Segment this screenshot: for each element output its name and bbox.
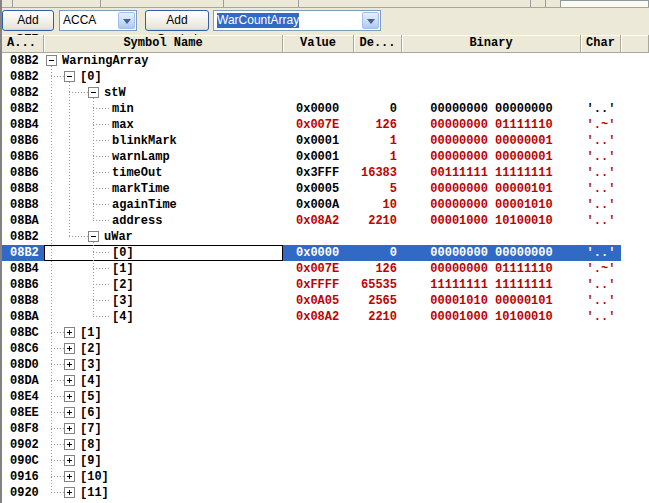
binary-cell: 00001010 00000101 <box>402 293 581 309</box>
chevron-down-icon[interactable] <box>362 12 379 29</box>
symbol-cell <box>44 117 283 133</box>
binary-cell: 00000000 00001010 <box>402 197 581 213</box>
value-cell: 0x0001 <box>283 133 354 149</box>
header-char[interactable]: Char <box>581 35 621 53</box>
watch-row[interactable]: 08B6warnLamp0x0001100000000 00000001'..' <box>0 149 649 165</box>
symbol-label: timeOut <box>112 165 162 181</box>
address-cell: 08B2 <box>2 229 44 245</box>
expand-toggle-icon[interactable] <box>64 327 75 338</box>
collapse-toggle-icon[interactable] <box>88 231 99 242</box>
value-cell: 0x08A2 <box>283 309 354 325</box>
watch-row[interactable]: 08B2min0x0000000000000 00000000'..' <box>0 101 649 117</box>
watch-row[interactable]: 08B6blinkMark0x0001100000000 00000001'..… <box>0 133 649 149</box>
binary-cell: 00000000 00000001 <box>402 149 581 165</box>
symbol-label: [1] <box>112 261 134 277</box>
tree-connector <box>93 220 110 221</box>
symbol-combobox[interactable]: WarCountArray <box>213 10 381 31</box>
expand-toggle-icon[interactable] <box>64 343 75 354</box>
watch-row[interactable]: 08B6timeOut0x3FFF1638300111111 11111111'… <box>0 165 649 181</box>
header-decimal[interactable]: De... <box>354 35 402 53</box>
tree-connector <box>51 460 64 461</box>
header-symbol-name[interactable]: Symbol Name <box>44 35 283 53</box>
symbol-label: address <box>112 213 162 229</box>
tree-connector <box>93 268 110 269</box>
expand-toggle-icon[interactable] <box>64 455 75 466</box>
tree-connector <box>93 188 110 189</box>
symbol-label: [4] <box>112 309 134 325</box>
watch-row[interactable]: 08D0[3] <box>0 357 649 373</box>
header-binary[interactable]: Binary <box>402 35 581 53</box>
collapse-toggle-icon[interactable] <box>88 87 99 98</box>
decimal-cell: 0 <box>354 101 402 117</box>
watch-row[interactable]: 08E4[5] <box>0 389 649 405</box>
symbol-label: [7] <box>80 421 102 437</box>
watch-row[interactable]: 08C6[2] <box>0 341 649 357</box>
sfr-combobox[interactable]: ACCA <box>59 10 137 31</box>
watch-window: Add SFR ACCA Add Symbol WarCountArray A.… <box>0 0 649 503</box>
watch-row[interactable]: 090C[9] <box>0 453 649 469</box>
symbol-label: blinkMark <box>112 133 177 149</box>
add-symbol-button[interactable]: Add Symbol <box>145 10 209 31</box>
expand-toggle-icon[interactable] <box>64 423 75 434</box>
watch-row[interactable]: 0920[11] <box>0 485 649 501</box>
tree-connector <box>51 412 64 413</box>
tree-connector <box>93 284 110 285</box>
symbol-label: [2] <box>80 341 102 357</box>
address-cell: 08B8 <box>2 197 44 213</box>
add-sfr-button[interactable]: Add SFR <box>2 10 54 31</box>
address-cell: 08B6 <box>2 165 44 181</box>
symbol-cell <box>44 101 283 117</box>
expand-toggle-icon[interactable] <box>64 359 75 370</box>
address-cell: 090C <box>2 453 44 469</box>
tree-connector <box>69 236 88 237</box>
char-cell: '..' <box>581 165 621 181</box>
symbol-cell <box>44 213 283 229</box>
symbol-cell <box>44 245 283 261</box>
char-cell: '..' <box>581 133 621 149</box>
watch-row[interactable]: 08B4max0x007E12600000000 01111110'.~' <box>0 117 649 133</box>
tree-connector <box>51 364 64 365</box>
char-cell: '..' <box>581 197 621 213</box>
expand-toggle-icon[interactable] <box>64 439 75 450</box>
collapse-toggle-icon[interactable] <box>64 71 75 82</box>
header-address[interactable]: A... <box>0 35 44 53</box>
tree-guide-line <box>93 98 94 221</box>
symbol-label: [11] <box>80 485 109 501</box>
expand-toggle-icon[interactable] <box>64 407 75 418</box>
watch-row[interactable]: 08DA[4] <box>0 373 649 389</box>
header-value[interactable]: Value <box>283 35 354 53</box>
collapse-toggle-icon[interactable] <box>46 55 57 66</box>
symbol-label: min <box>112 101 134 117</box>
watch-row[interactable]: 08B2stW <box>0 85 649 101</box>
address-cell: 08B8 <box>2 181 44 197</box>
expand-toggle-icon[interactable] <box>64 375 75 386</box>
watch-row[interactable]: 08EE[6] <box>0 405 649 421</box>
decimal-cell: 1 <box>354 149 402 165</box>
address-cell: 08B2 <box>2 245 44 261</box>
tree-connector <box>51 332 64 333</box>
watch-row[interactable]: 08B2[0]0x0000000000000 00000000'..' <box>0 245 649 261</box>
watch-row[interactable]: 08B2WarningArray <box>0 53 649 69</box>
expand-toggle-icon[interactable] <box>64 471 75 482</box>
watch-row[interactable]: 08B8[3]0x0A05256500001010 00000101'..' <box>0 293 649 309</box>
expand-toggle-icon[interactable] <box>64 391 75 402</box>
watch-row[interactable]: 08B8againTime0x000A1000000000 00001010'.… <box>0 197 649 213</box>
watch-row[interactable]: 0902[8] <box>0 437 649 453</box>
watch-row[interactable]: 08B4[1]0x007E12600000000 01111110'.~' <box>0 261 649 277</box>
watch-row[interactable]: 08BA[4]0x08A2221000001000 10100010'..' <box>0 309 649 325</box>
tree-connector <box>51 492 64 493</box>
address-cell: 08B4 <box>2 261 44 277</box>
expand-toggle-icon[interactable] <box>64 487 75 498</box>
watch-row[interactable]: 08B8markTime0x0005500000000 00000101'..' <box>0 181 649 197</box>
chevron-down-icon[interactable] <box>118 12 135 29</box>
address-cell: 08C6 <box>2 341 44 357</box>
symbol-label: [1] <box>80 325 102 341</box>
watch-row[interactable]: 08F8[7] <box>0 421 649 437</box>
watch-row[interactable]: 08B2[0] <box>0 69 649 85</box>
tree-connector <box>51 396 64 397</box>
watch-row[interactable]: 0916[10] <box>0 469 649 485</box>
watch-row[interactable]: 08BC[1] <box>0 325 649 341</box>
watch-row[interactable]: 08B2uWar <box>0 229 649 245</box>
watch-row[interactable]: 08BAaddress0x08A2221000001000 10100010'.… <box>0 213 649 229</box>
watch-row[interactable]: 08B6[2]0xFFFF6553511111111 11111111'..' <box>0 277 649 293</box>
